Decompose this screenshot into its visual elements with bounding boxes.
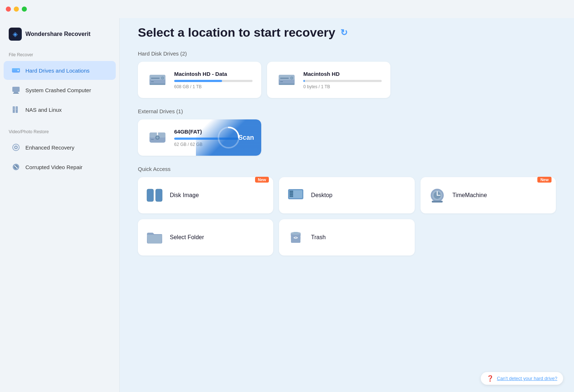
hard-drives-icon xyxy=(11,65,21,75)
svg-point-43 xyxy=(156,136,159,139)
drive-name-2: Macintosh HD xyxy=(303,71,382,77)
nas-linux-icon xyxy=(11,105,21,115)
quick-card-select-folder[interactable]: Select Folder xyxy=(138,219,273,256)
sidebar-item-hard-drives[interactable]: Hard Drives and Locations xyxy=(4,61,116,80)
select-folder-icon xyxy=(145,228,164,247)
enhanced-recovery-icon xyxy=(11,142,21,152)
svg-rect-55 xyxy=(290,196,293,197)
svg-point-2 xyxy=(17,70,19,71)
sidebar-item-corrupted-label: Corrupted Video Repair xyxy=(25,164,82,170)
titlebar xyxy=(0,0,574,18)
sidebar-item-nas-label: NAS and Linux xyxy=(25,107,62,113)
sidebar: ◈ Wondershare Recoverit File Recover Har… xyxy=(0,0,120,392)
scan-button[interactable]: Scan xyxy=(238,134,254,142)
app-name: Wondershare Recoverit xyxy=(25,31,90,37)
drive-info-1: Macintosh HD - Data 608 GB / 1 TB xyxy=(174,71,253,89)
quick-card-timemachine[interactable]: New TimeMachine xyxy=(421,177,556,213)
svg-rect-39 xyxy=(280,81,283,82)
scan-overlay: Scan xyxy=(196,119,261,156)
app-logo-icon: ◈ xyxy=(9,28,22,41)
section-label-file-recover: File Recover xyxy=(0,49,119,60)
help-icon: ❓ xyxy=(487,375,494,382)
drive-info-2: Macintosh HD 0 bytes / 1 TB xyxy=(303,71,382,89)
quick-access-grid: New Disk Image xyxy=(138,177,556,256)
svg-rect-32 xyxy=(151,81,154,82)
new-badge-disk-image: New xyxy=(255,177,269,183)
svg-rect-48 xyxy=(156,189,162,201)
drive-bar-bg-1 xyxy=(174,80,253,82)
timemachine-label: TimeMachine xyxy=(452,192,487,199)
svg-rect-65 xyxy=(294,232,298,234)
svg-rect-38 xyxy=(279,83,295,85)
drive-card-macintosh-hd[interactable]: Macintosh HD 0 bytes / 1 TB xyxy=(267,62,390,98)
maximize-button[interactable] xyxy=(22,7,27,12)
drive-card-macintosh-hd-data[interactable]: Macintosh HD - Data 608 GB / 1 TB xyxy=(138,62,261,98)
sidebar-item-enhanced-recovery[interactable]: Enhanced Recovery xyxy=(4,138,116,157)
sidebar-item-nas-linux[interactable]: NAS and Linux xyxy=(4,100,116,119)
timemachine-icon xyxy=(428,186,447,205)
drive-icon-1 xyxy=(147,69,168,91)
main-content: Select a location to start recovery ↻ Ha… xyxy=(120,0,574,392)
quick-access-section-label: Quick Access xyxy=(138,166,556,172)
svg-point-37 xyxy=(291,77,292,79)
drive-bar-bg-2 xyxy=(303,80,382,82)
external-drives-section-label: External Drives (1) xyxy=(138,108,556,114)
external-drive-icon xyxy=(147,127,168,148)
disk-image-icon xyxy=(145,186,164,205)
svg-rect-53 xyxy=(290,191,293,193)
sidebar-item-corrupted-video[interactable]: Corrupted Video Repair xyxy=(4,158,116,176)
svg-rect-46 xyxy=(147,189,153,201)
drive-bar-fill-1 xyxy=(174,80,222,82)
section-label-video-photo: Video/Photo Restore xyxy=(0,126,119,137)
drive-name-1: Macintosh HD - Data xyxy=(174,71,253,77)
external-drive-card[interactable]: 64GB(FAT) 62 GB / 62 GB Scan xyxy=(138,119,261,156)
svg-rect-3 xyxy=(12,87,20,92)
quick-card-trash[interactable]: Trash xyxy=(279,219,414,256)
svg-point-14 xyxy=(15,147,17,148)
refresh-icon[interactable]: ↻ xyxy=(340,28,348,38)
close-button[interactable] xyxy=(6,7,11,12)
svg-rect-54 xyxy=(290,193,293,195)
drive-icon-2 xyxy=(276,69,298,91)
sidebar-item-system-crashed[interactable]: System Crashed Computer xyxy=(4,81,116,99)
trash-label: Trash xyxy=(311,234,325,241)
help-bar: ❓ Can't detect your hard drive? xyxy=(481,372,563,385)
scan-circle xyxy=(216,125,241,150)
svg-rect-35 xyxy=(280,78,289,79)
svg-rect-61 xyxy=(432,201,443,203)
drive-size-2: 0 bytes / 1 TB xyxy=(303,84,382,89)
minimize-button[interactable] xyxy=(14,7,19,12)
page-title: Select a location to start recovery ↻ xyxy=(138,25,556,40)
help-link[interactable]: Can't detect your hard drive? xyxy=(497,376,557,381)
quick-card-disk-image[interactable]: New Disk Image xyxy=(138,177,273,213)
svg-rect-4 xyxy=(14,92,18,93)
drive-bar-fill-2 xyxy=(303,80,305,82)
traffic-lights xyxy=(6,7,27,12)
svg-rect-31 xyxy=(149,83,165,85)
sidebar-item-system-label: System Crashed Computer xyxy=(25,87,91,93)
svg-point-30 xyxy=(162,77,163,79)
desktop-label: Desktop xyxy=(311,192,332,199)
app-logo: ◈ Wondershare Recoverit xyxy=(0,22,119,49)
svg-rect-5 xyxy=(13,93,19,94)
disk-image-label: Disk Image xyxy=(170,192,199,199)
drive-size-1: 608 GB / 1 TB xyxy=(174,84,253,89)
new-badge-timemachine: New xyxy=(537,177,552,183)
system-crashed-icon xyxy=(11,85,21,95)
desktop-icon xyxy=(286,186,305,205)
select-folder-label: Select Folder xyxy=(170,234,204,241)
trash-icon xyxy=(286,228,305,247)
sidebar-item-enhanced-label: Enhanced Recovery xyxy=(25,144,74,151)
sidebar-item-hard-drives-label: Hard Drives and Locations xyxy=(25,68,90,74)
svg-rect-28 xyxy=(151,78,160,79)
corrupted-video-icon xyxy=(11,162,21,172)
quick-card-desktop[interactable]: Desktop xyxy=(279,177,414,213)
hard-drives-grid: Macintosh HD - Data 608 GB / 1 TB xyxy=(138,62,556,98)
hard-disk-section-label: Hard Disk Drives (2) xyxy=(138,50,556,57)
svg-rect-44 xyxy=(151,139,154,140)
